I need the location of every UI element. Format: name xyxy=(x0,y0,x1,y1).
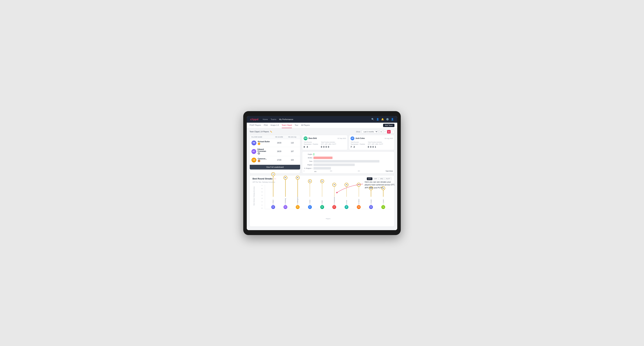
view-leaderboard-button[interactable]: View Full Leaderboard xyxy=(250,165,300,170)
table-row[interactable]: RB Richard Butler 1 19/20 110 xyxy=(250,139,300,147)
two-col-layout: PLAYER NAME PB SCORE PB AVG SQ RB Richar… xyxy=(250,135,394,173)
subnav-pgat[interactable]: PGAT Players xyxy=(250,123,261,128)
bar-label: Pars xyxy=(304,161,312,162)
y-axis-labels: 7 6 5 4 3 2 1 0 xyxy=(262,185,262,209)
pb-avg: 110 xyxy=(286,142,298,144)
streak-bar-col[interactable]: 5xJ. ColesJC xyxy=(305,179,315,209)
streak-bar-col[interactable]: 4xE. CrossmanEC xyxy=(330,183,339,209)
bar-fill xyxy=(314,164,355,166)
streak-avatar: MM xyxy=(357,205,361,209)
pb-score: 17/20 xyxy=(272,159,286,161)
table-row[interactable]: CA Cameron... 3 17/20 103 xyxy=(250,156,300,164)
total-rounds-label: Total Rounds xyxy=(304,141,318,143)
player-name: Cameron... xyxy=(258,158,267,160)
card-avatar-initials: JC xyxy=(350,137,354,140)
navbar-nav: Home Teams My Performance xyxy=(263,118,293,120)
streak-bubble: 7x xyxy=(271,172,275,176)
card-player-name: JC Josh Coles xyxy=(350,137,365,140)
arg-button[interactable]: ARG xyxy=(379,177,385,180)
pb-avg: 107 xyxy=(286,151,298,152)
streak-line xyxy=(310,183,310,197)
streak-avatar: BM xyxy=(284,205,287,209)
streak-bar-col[interactable]: 7xE. EbertEE xyxy=(268,172,278,209)
users-icon[interactable]: 👤 xyxy=(376,118,379,121)
practice-labels: OTT APP ARG PUTT xyxy=(368,143,383,145)
streak-line xyxy=(383,190,384,197)
bell-icon[interactable]: 🔔 xyxy=(381,118,384,121)
bar-label: Birdies xyxy=(304,157,312,159)
practice-activities-label: Total Practice Activities xyxy=(368,141,383,143)
streak-avatar: RB xyxy=(320,205,324,209)
putt-button[interactable]: PUTT xyxy=(385,177,392,180)
y-label: 6 xyxy=(262,188,262,189)
player-info: RB Richard Butler 1 xyxy=(252,141,272,145)
subnav-tour[interactable]: Tour xyxy=(295,123,298,128)
subnav-team-clippd[interactable]: Team Clippd xyxy=(282,123,292,128)
search-icon[interactable]: 🔍 xyxy=(371,118,374,121)
ott-value: 0 xyxy=(321,146,322,148)
streak-bar-col[interactable]: 4xB. FordBF xyxy=(342,183,351,209)
total-rounds-label: Total Rounds xyxy=(350,141,365,143)
streak-bar-col[interactable]: 3xR. ButlerRB xyxy=(366,186,376,209)
practice-values: 0 0 0 0 xyxy=(321,146,336,148)
streak-bubble: 6x xyxy=(296,176,300,180)
card-rounds: Total Rounds Tournament Practice 7 xyxy=(350,141,365,149)
y-label: 1 xyxy=(262,204,262,206)
streak-bar-col[interactable]: 6xB. McHargBM xyxy=(281,176,290,209)
card-date: 26 Aug 2023 xyxy=(384,138,393,139)
avatar-initials: CA xyxy=(252,158,256,163)
filter-button[interactable]: ↕ xyxy=(391,130,394,134)
subnav-hcaps[interactable]: Hcaps 1-5 xyxy=(270,123,279,128)
bar-fill xyxy=(314,160,380,163)
avatar-initials: RB xyxy=(252,141,256,145)
streak-bar-col[interactable]: 5xR. BrittRB xyxy=(318,179,327,209)
leaderboard-panel: PLAYER NAME PB SCORE PB AVG SQ RB Richar… xyxy=(250,135,300,173)
bar-row-double-bogeys: D. Bogeys + 131 xyxy=(304,167,393,170)
nav-my-performance[interactable]: My Performance xyxy=(279,118,293,120)
streak-avatar: RB xyxy=(369,205,373,209)
ott-button[interactable]: OTT xyxy=(367,177,372,180)
grid-view-button[interactable]: ⊞ xyxy=(380,130,383,134)
streak-bar-col[interactable]: 4xM. MaherMM xyxy=(354,183,364,209)
y-label: 5 xyxy=(262,191,262,193)
bar-fill-wrap: 499 xyxy=(314,160,393,163)
streak-avatar: CQ xyxy=(381,205,385,209)
list-view-button[interactable]: ≡ xyxy=(383,130,387,134)
team-title: Team Clippd | 14 Players ✏️ xyxy=(250,131,272,133)
edit-icon[interactable]: ✏️ xyxy=(270,131,272,133)
y-label: 7 xyxy=(262,185,262,186)
app-value: 0 xyxy=(370,146,371,148)
nav-home[interactable]: Home xyxy=(263,118,268,120)
subnav-all-players[interactable]: All Players xyxy=(301,123,310,128)
putt-value: 0 xyxy=(328,146,329,148)
streak-bar-col[interactable]: 3xC. QuickCQ xyxy=(378,186,388,209)
settings-icon[interactable]: ⚙️ xyxy=(386,118,389,121)
table-row[interactable]: EC Edward Crossman 2 18/20 107 xyxy=(250,147,300,156)
navbar: clippd Home Teams My Performance 🔍 👤 🔔 ⚙… xyxy=(247,116,397,123)
time-period-select[interactable]: Last 3 months xyxy=(362,130,378,133)
main-content: Team Clippd | 14 Players ✏️ Show Last 3 … xyxy=(247,128,397,230)
card-stats-row: Total Rounds Tournament Practice 8 xyxy=(304,141,346,149)
streak-bar-col[interactable]: 6xD. BillinghamDB xyxy=(293,176,302,209)
streak-type-buttons: OTT APP ARG PUTT xyxy=(367,177,392,180)
subnav: PGAT Players PGA Hcaps 1-5 Team Clippd T… xyxy=(247,123,397,128)
app-button[interactable]: APP xyxy=(373,177,378,180)
practice-values: 0 0 0 1 xyxy=(368,146,383,148)
chart-view-button[interactable]: ▤ xyxy=(387,130,390,134)
streak-player-name: E. Ebert xyxy=(272,197,274,204)
team-controls: Show Last 3 months ⊞ ≡ ▤ ↕ xyxy=(356,130,394,134)
subnav-pga[interactable]: PGA xyxy=(264,123,268,128)
card-avatar-initials: RB xyxy=(304,137,308,140)
streak-bubble: 4x xyxy=(357,183,361,187)
player-card-rees: RB Rees Britt 02 Sep 2023 Total Rounds xyxy=(302,135,348,150)
player-info: CA Cameron... 3 xyxy=(252,158,272,163)
bar-fill-wrap: 311 xyxy=(314,164,393,166)
card-avatar: RB xyxy=(304,137,308,140)
streaks-panel: Best Round Streaks ← OTT APP ARG PUTT Of… xyxy=(250,175,394,227)
bar-fill xyxy=(314,157,332,159)
add-team-button[interactable]: Add Team xyxy=(383,124,394,127)
nav-teams[interactable]: Teams xyxy=(271,118,276,120)
avatar-icon[interactable]: 👤 xyxy=(391,118,394,121)
tournament-value: 8 xyxy=(304,146,305,148)
bar-label: Eagles xyxy=(304,154,312,155)
